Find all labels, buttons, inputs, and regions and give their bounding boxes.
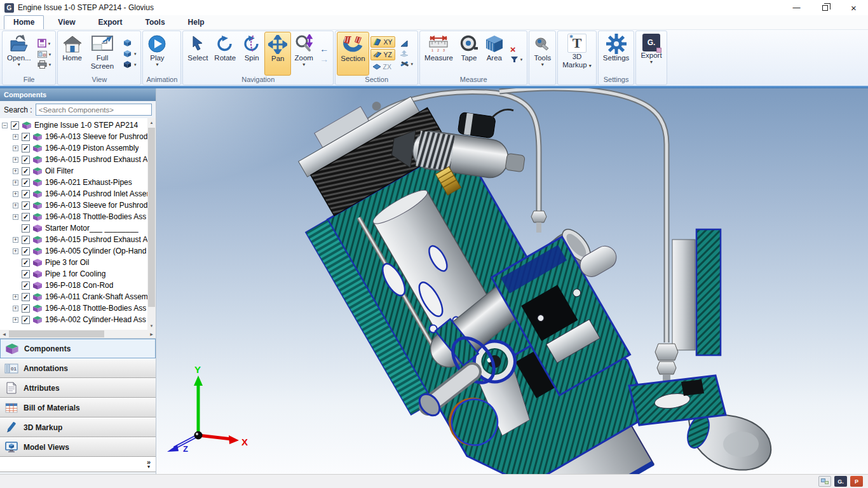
export-button[interactable]: G. Export ▾ bbox=[637, 32, 665, 76]
open-button[interactable]: Open... ▾ bbox=[4, 32, 34, 76]
tree-expander[interactable]: + bbox=[13, 317, 18, 323]
tree-row[interactable]: + ✓ 196-A-013 Sleeve for Pushrods bbox=[0, 200, 147, 211]
tree-expander[interactable]: + bbox=[13, 203, 18, 208]
tape-button[interactable]: Tape bbox=[456, 32, 482, 76]
tree-item-label[interactable]: 196-P-018 Con-Rod bbox=[45, 281, 113, 290]
tree-checkbox[interactable]: ✓ bbox=[22, 201, 30, 210]
tree-expander[interactable]: + bbox=[13, 134, 18, 140]
scroll-left-arrow[interactable]: ◀ bbox=[0, 330, 8, 338]
tree-row[interactable]: ✓ Starter Motor___ ________ bbox=[0, 222, 147, 234]
section-cap-button[interactable] bbox=[398, 39, 416, 48]
tools-button[interactable]: Tools ▾ bbox=[531, 32, 554, 76]
tree-checkbox[interactable]: ✓ bbox=[22, 190, 30, 198]
snapshot-tool-icon[interactable] bbox=[818, 476, 831, 487]
tree-row[interactable]: + ✓ 196-A-014 Pushrod Inlet Asser bbox=[0, 188, 147, 200]
display-mode-button[interactable]: ▾ bbox=[121, 60, 139, 69]
restore-button[interactable] bbox=[811, 0, 839, 15]
menu-tab-export[interactable]: Export bbox=[89, 16, 131, 29]
search-input[interactable] bbox=[36, 104, 152, 116]
menu-tab-help[interactable]: Help bbox=[179, 16, 214, 29]
tree-expander[interactable]: + bbox=[13, 306, 18, 311]
rotate-button[interactable]: Rotate bbox=[211, 32, 239, 76]
previous-view-button[interactable]: ← bbox=[318, 44, 330, 53]
menu-tab-view[interactable]: View bbox=[49, 16, 84, 29]
tree-checkbox[interactable]: ✓ bbox=[22, 293, 30, 301]
tree-checkbox[interactable]: ✓ bbox=[22, 133, 30, 141]
isometric-view-button[interactable] bbox=[121, 38, 139, 48]
tree-checkbox[interactable]: ✓ bbox=[22, 281, 30, 290]
tree-row[interactable]: ✓ 196-P-018 Con-Rod bbox=[0, 280, 147, 291]
section-tools-button[interactable]: ▾ bbox=[398, 59, 416, 69]
tree-item-label[interactable]: Starter Motor___ ________ bbox=[45, 224, 139, 233]
scroll-right-arrow[interactable]: ▶ bbox=[147, 330, 156, 338]
tree-row[interactable]: + ✓ 196-A-019 Piston Assembly bbox=[0, 142, 147, 154]
section-button[interactable]: Section bbox=[337, 32, 369, 76]
tree-item-label[interactable]: 196-A-015 Pushrod Exhaust A bbox=[45, 235, 147, 244]
tree-expander[interactable]: + bbox=[13, 157, 18, 163]
tree-row[interactable]: + ✓ 196-A-011 Crank-Shaft Assem bbox=[0, 291, 147, 302]
tree-checkbox[interactable]: ✓ bbox=[22, 156, 30, 164]
measure-button[interactable]: 123 Measure bbox=[421, 32, 456, 76]
sidebar-item-bom[interactable]: Bill of Materials bbox=[0, 398, 156, 417]
tree-item-label[interactable]: 196-A-018 Thottle-Bodies Ass bbox=[45, 304, 146, 313]
tree-item-label[interactable]: 196-A-014 Pushrod Inlet Asser bbox=[45, 189, 147, 198]
menu-tab-tools[interactable]: Tools bbox=[137, 16, 174, 29]
tree-checkbox[interactable]: ✓ bbox=[22, 304, 30, 313]
tree-horizontal-scrollbar[interactable]: ◀ ▶ bbox=[0, 330, 156, 338]
section-flip-button[interactable] bbox=[398, 49, 416, 58]
sidebar-item-markup[interactable]: 3D Markup bbox=[0, 417, 156, 437]
tree-expander[interactable]: + bbox=[13, 237, 18, 243]
tree-item-label[interactable]: 196-A-013 Sleeve for Pushrods bbox=[45, 201, 147, 210]
tree-expander[interactable]: + bbox=[13, 214, 18, 220]
engine-3d-model[interactable]: Y X Z bbox=[156, 88, 868, 474]
play-button[interactable]: Play ▾ bbox=[144, 32, 170, 76]
tree-checkbox[interactable]: ✓ bbox=[22, 224, 30, 233]
tree-row[interactable]: − ✓ Engine Issue 1-0 STEP AP214 bbox=[0, 119, 147, 131]
tree-row[interactable]: + ✓ 196-A-018 Thottle-Bodies Ass bbox=[0, 302, 147, 314]
tree-item-label[interactable]: 196-A-011 Crank-Shaft Assem bbox=[45, 292, 147, 301]
sidebar-item-annotations[interactable]: 01 Annotations bbox=[0, 358, 156, 378]
tree-checkbox[interactable]: ✓ bbox=[22, 144, 30, 152]
powerpoint-export-icon[interactable]: P bbox=[850, 476, 863, 487]
tree-expander[interactable]: + bbox=[13, 146, 18, 151]
tree-item-label[interactable]: 196-A-013 Sleeve for Pushrods bbox=[45, 132, 147, 141]
area-button[interactable]: Area bbox=[482, 32, 507, 76]
tree-item-label[interactable]: 196-A-018 Thottle-Bodies Ass bbox=[45, 212, 146, 221]
tree-checkbox[interactable]: ✓ bbox=[22, 259, 30, 267]
home-view-button[interactable]: Home bbox=[59, 32, 85, 76]
tree-item-label[interactable]: 196-A-002 Cylinder-Head Ass bbox=[45, 315, 146, 324]
full-screen-button[interactable]: Full Screen bbox=[85, 32, 119, 76]
tree-row[interactable]: + ✓ 196-A-015 Pushrod Exhaust A bbox=[0, 154, 147, 165]
zoom-button[interactable]: Zoom ▾ bbox=[291, 32, 316, 76]
section-zx-button[interactable]: ZX bbox=[370, 62, 395, 72]
section-yz-button[interactable]: YZ bbox=[370, 49, 395, 60]
snapshot-button[interactable]: ▾ bbox=[36, 50, 53, 58]
tree-checkbox[interactable]: ✓ bbox=[22, 213, 30, 221]
tree-row[interactable]: + ✓ 196-A-018 Thottle-Bodies Ass bbox=[0, 211, 147, 222]
3d-viewport[interactable]: Y X Z bbox=[156, 88, 868, 474]
tree-expander[interactable]: + bbox=[13, 294, 18, 300]
tree-expander[interactable]: − bbox=[2, 123, 8, 128]
tree-checkbox[interactable]: ✓ bbox=[22, 270, 30, 278]
tree-expander[interactable]: + bbox=[13, 168, 18, 174]
tree-checkbox[interactable]: ✓ bbox=[11, 121, 19, 130]
tree-row[interactable]: + ✓ Oil Filter bbox=[0, 165, 147, 177]
tree-row[interactable]: + ✓ 196-A-013 Sleeve for Pushrods bbox=[0, 131, 147, 142]
spin-button[interactable]: Spin bbox=[239, 32, 264, 76]
vertical-scroll-thumb[interactable] bbox=[148, 128, 155, 307]
tree-checkbox[interactable]: ✓ bbox=[22, 236, 30, 244]
tree-checkbox[interactable]: ✓ bbox=[22, 179, 30, 187]
tree-checkbox[interactable]: ✓ bbox=[22, 167, 30, 175]
sidebar-item-views[interactable]: Model Views bbox=[0, 437, 156, 457]
3d-markup-button[interactable]: T * 3D Markup ▾ bbox=[559, 32, 595, 76]
next-view-button[interactable]: → bbox=[318, 55, 330, 64]
settings-button[interactable]: Settings bbox=[600, 32, 633, 76]
tree-item-label[interactable]: Engine Issue 1-0 STEP AP214 bbox=[34, 121, 138, 130]
tree-row[interactable]: ✓ Pipe 3 for Oil bbox=[0, 257, 147, 268]
tree-item-label[interactable]: 196-A-019 Piston Assembly bbox=[45, 144, 139, 152]
tree-expander[interactable]: + bbox=[13, 180, 18, 186]
tree-item-label[interactable]: Pipe 1 for Cooling bbox=[45, 269, 105, 278]
tree-row[interactable]: + ✓ 196-A-021 Exhaust-Pipes bbox=[0, 177, 147, 188]
measure-filter-button[interactable]: ▾ bbox=[508, 55, 525, 64]
scroll-up-arrow[interactable]: ▲ bbox=[147, 118, 156, 126]
